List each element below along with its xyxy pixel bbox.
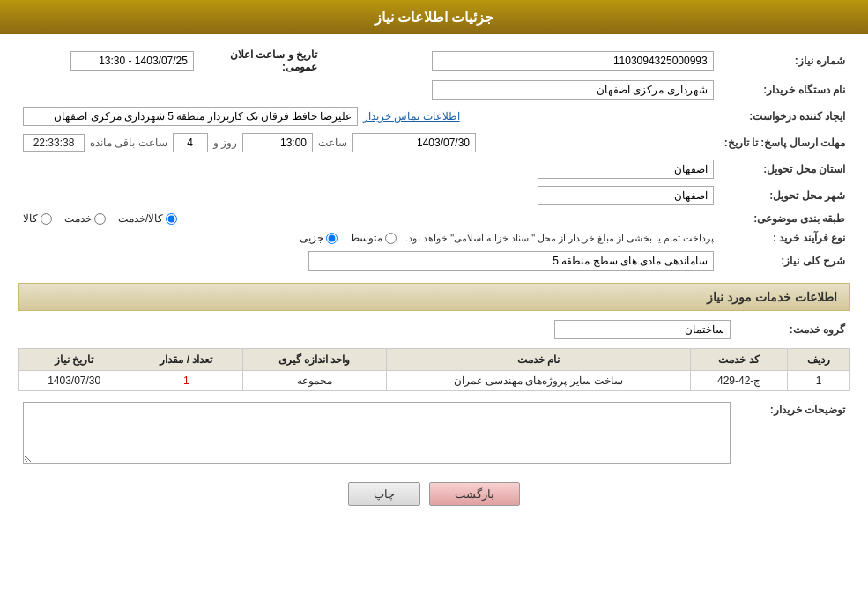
cell-count: 1 <box>130 371 242 391</box>
city-cell <box>18 182 719 209</box>
cell-code: ج-42-429 <box>691 371 788 391</box>
category-kala-radio[interactable] <box>41 213 52 225</box>
process-jozyi-option: جزیی <box>300 232 338 244</box>
col-date: تاریخ نیاز <box>19 349 130 371</box>
print-button[interactable]: چاپ <box>348 482 420 506</box>
category-kala-label: کالا <box>23 212 38 225</box>
buyer-notes-table: توضیحات خریدار: <box>18 398 850 470</box>
category-khadamat-radio[interactable] <box>94 213 106 225</box>
deadline-day-label: روز و <box>213 137 237 149</box>
buyer-org-input[interactable] <box>432 80 714 100</box>
category-kala-khadamat-label: کالا/خدمت <box>118 212 163 225</box>
cell-row: 1 <box>787 371 849 391</box>
requester-input[interactable] <box>23 107 358 126</box>
category-label: طبقه بندی موضوعی: <box>719 209 850 228</box>
service-group-table: گروه خدمت: <box>18 316 850 343</box>
process-desc: پرداخت تمام یا بخشی از مبلغ خریدار از مح… <box>405 233 714 244</box>
province-cell <box>18 156 719 182</box>
requester-cell: اطلاعات تماس خریدار <box>18 103 719 130</box>
deadline-cell: ساعت روز و ساعت باقی مانده 22:33:38 <box>18 130 719 156</box>
col-count: تعداد / مقدار <box>130 349 242 371</box>
service-info-header: اطلاعات خدمات مورد نیاز <box>18 283 850 311</box>
deadline-time-input[interactable] <box>242 133 313 152</box>
requester-label: ایجاد کننده درخواست: <box>719 103 850 130</box>
process-label: نوع فرآیند خرید : <box>719 228 850 248</box>
service-group-cell <box>18 316 736 343</box>
col-row: ردیف <box>787 349 849 371</box>
buyer-org-cell <box>18 77 719 103</box>
city-input[interactable] <box>538 186 714 205</box>
announce-value-cell <box>18 45 199 77</box>
category-khadamat-label: خدمت <box>64 212 92 225</box>
description-input[interactable] <box>308 251 714 271</box>
service-table: ردیف کد خدمت نام خدمت واحد اندازه گیری ت… <box>18 348 850 391</box>
table-row: 1 ج-42-429 ساخت سایر پروژه‌های مهندسی عم… <box>19 371 850 391</box>
page-wrapper: جزئیات اطلاعات نیاز شماره نیاز: تاریخ و … <box>0 0 868 609</box>
content-area: شماره نیاز: تاریخ و ساعت اعلان عمومی: نا… <box>0 34 868 525</box>
deadline-time-label: ساعت <box>318 137 347 149</box>
category-kala-khadamat-radio[interactable] <box>166 213 177 225</box>
deadline-date-input[interactable] <box>352 133 476 152</box>
buyer-org-label: نام دستگاه خریدار: <box>719 77 850 103</box>
contact-link[interactable]: اطلاعات تماس خریدار <box>363 110 460 123</box>
buttons-row: بازگشت چاپ <box>18 482 850 506</box>
need-number-label: شماره نیاز: <box>719 45 850 77</box>
category-kala-khadamat-option: کالا/خدمت <box>118 212 177 225</box>
col-unit: واحد اندازه گیری <box>242 349 386 371</box>
deadline-remaining-label: ساعت باقی مانده <box>90 137 167 149</box>
province-label: استان محل تحویل: <box>719 156 850 182</box>
category-cell: کالا خدمت کالا/خدمت <box>18 209 719 228</box>
category-khadamat-option: خدمت <box>64 212 106 225</box>
cell-date: 1403/07/30 <box>19 371 130 391</box>
announce-input[interactable] <box>70 51 194 71</box>
process-jozyi-label: جزیی <box>300 232 323 244</box>
process-motavasset-option: متوسط <box>350 232 397 244</box>
back-button[interactable]: بازگشت <box>429 482 520 506</box>
page-header: جزئیات اطلاعات نیاز <box>0 0 868 34</box>
service-info-label: اطلاعات خدمات مورد نیاز <box>707 290 837 304</box>
city-label: شهر محل تحویل: <box>719 182 850 209</box>
process-cell: جزیی متوسط پرداخت تمام یا بخشی از مبلغ خ… <box>18 228 719 248</box>
col-name: نام خدمت <box>386 349 691 371</box>
col-code: کد خدمت <box>691 349 788 371</box>
countdown-display: 22:33:38 <box>23 134 85 152</box>
info-table: شماره نیاز: تاریخ و ساعت اعلان عمومی: نا… <box>18 45 850 274</box>
category-kala-option: کالا <box>23 212 52 225</box>
buyer-notes-cell <box>18 398 736 470</box>
province-input[interactable] <box>538 160 714 179</box>
page-title: جزئیات اطلاعات نیاز <box>375 10 494 25</box>
description-cell <box>18 248 719 274</box>
buyer-notes-textarea[interactable] <box>23 402 731 464</box>
process-jozyi-radio[interactable] <box>326 233 338 244</box>
deadline-label: مهلت ارسال پاسخ: تا تاریخ: <box>719 130 850 156</box>
description-label: شرح کلی نیاز: <box>719 248 850 274</box>
buyer-notes-label: توضیحات خریدار: <box>736 398 850 470</box>
process-motavasset-label: متوسط <box>350 232 382 244</box>
deadline-days-input[interactable] <box>173 133 208 152</box>
service-group-input[interactable] <box>554 320 731 339</box>
service-group-label: گروه خدمت: <box>736 316 850 343</box>
cell-unit: مجموعه <box>242 371 386 391</box>
need-number-input[interactable] <box>432 51 714 71</box>
process-motavasset-radio[interactable] <box>385 233 397 244</box>
announce-label: تاریخ و ساعت اعلان عمومی: <box>199 45 323 77</box>
cell-name: ساخت سایر پروژه‌های مهندسی عمران <box>386 371 691 391</box>
need-number-value <box>323 45 719 77</box>
